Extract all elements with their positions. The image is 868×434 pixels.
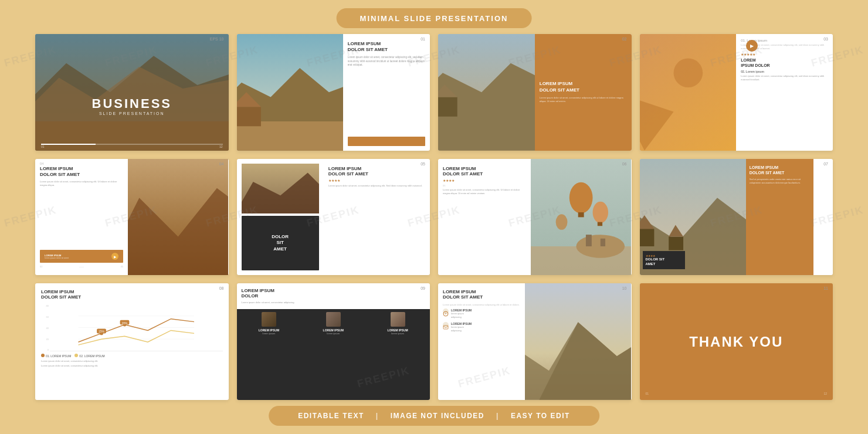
svg-point-23 xyxy=(593,202,608,223)
slide-0-num: EPS 10 xyxy=(210,37,224,41)
svg-rect-32 xyxy=(640,229,654,246)
slide-1[interactable]: LOREM IPSUM DOLOR SIT AMET Lorem ipsum d… xyxy=(237,34,430,151)
slide-6-left: LOREM IPSUM DOLOR SIT AMET ★★★★ 06 Lorem… xyxy=(438,159,531,276)
slide-10-contact1-icon xyxy=(443,308,449,314)
svg-rect-34 xyxy=(669,236,683,250)
slide-7-dark-box: ★★★★ DOLOR SIT AMET xyxy=(643,251,685,270)
slide-7[interactable]: ★★★★ DOLOR SIT AMET LOREM IPSUM DOLOR SI… xyxy=(640,159,833,276)
slide-7-dark-heading: DOLOR SIT AMET xyxy=(646,257,682,267)
slide-grid: BUSINESS SLIDE PRESENTATION 01 12 EPS 10 xyxy=(35,34,833,400)
slide-7-num: 07 xyxy=(823,162,828,166)
slide-5-left: DOLOR SIT AMET xyxy=(237,159,324,276)
footer-pill: EDITABLE TEXT | IMAGE NOT INCLUDED | EAS… xyxy=(269,406,599,426)
slide-0-nums: 01 12 xyxy=(41,145,223,148)
slide-9-member-2: LOREM IPSUM lorem ipsum xyxy=(365,309,430,400)
slide-8[interactable]: LOREM IPSUM DOLOR SIT AMET 806040200 xyxy=(35,283,229,400)
slide-9-role-1: lorem ipsum xyxy=(327,332,340,335)
slide-0[interactable]: BUSINESS SLIDE PRESENTATION 01 12 EPS 10 xyxy=(35,34,229,151)
slide-3-stars: ★★★★★ xyxy=(741,52,828,56)
slide-0-overlay xyxy=(35,34,229,151)
slide-8-desc1: Lorem ipsum dolor sit amet, consectetur … xyxy=(41,360,223,363)
slide-4-audio: LOREM IPSUM lorem ipsum dolor sit amet ▶ xyxy=(40,250,123,263)
slide-3-play[interactable]: ▶ xyxy=(746,40,758,52)
slide-10-contact1-text: lorem ipsum adipiscing xyxy=(451,312,472,319)
svg-text:28%: 28% xyxy=(122,322,128,325)
slide-9-heading: LOREM IPSUM DOLOR xyxy=(242,288,426,299)
slide-5-image1 xyxy=(242,164,319,213)
slide-9-role-0: lorem ipsum xyxy=(263,332,276,335)
slide-8-heading: LOREM IPSUM DOLOR SIT AMET xyxy=(41,289,223,300)
slide-2[interactable]: LOREM IPSUM DOLOR SIT AMET Lorem ipsum d… xyxy=(438,34,632,151)
slide-6-stars: ★★★★ xyxy=(443,178,526,182)
slide-4-play[interactable]: ▶ xyxy=(111,253,118,260)
slide-8-chart-area: 15% 28% xyxy=(50,304,223,351)
svg-rect-29 xyxy=(601,238,605,246)
slide-10-heading: LOREM IPSUM DOLOR SIT AMET xyxy=(443,289,520,300)
slide-9-num: 09 xyxy=(421,286,425,290)
footer-item-2: EASY TO EDIT xyxy=(511,412,570,420)
slide-5-num: 05 xyxy=(421,162,425,166)
slide-10-contact2-text: lorem ipsum adipiscing xyxy=(451,326,472,333)
svg-point-14 xyxy=(673,58,703,87)
footer-item-1: IMAGE NOT INCLUDED xyxy=(391,412,484,420)
slide-6-body: Lorem ipsum dolor sit amet, consectetur … xyxy=(443,188,526,195)
slide-3-image xyxy=(640,34,737,151)
slide-5-body: Lorem ipsum dolor sit amet, consectetur … xyxy=(328,184,425,188)
slide-9-avatar-1 xyxy=(326,312,341,327)
slide-3[interactable]: 01. Lorem ipsum Lorem ipsum dolor sit am… xyxy=(640,34,833,151)
slide-10-image xyxy=(525,283,631,400)
svg-text:15%: 15% xyxy=(99,331,104,334)
slide-9-member-0: LOREM IPSUM lorem ipsum xyxy=(237,309,301,400)
slide-5[interactable]: DOLOR SIT AMET LOREM IPSUM DOLOR SIT AME… xyxy=(237,159,430,276)
slide-5-dark-box: DOLOR SIT AMET xyxy=(242,216,319,270)
slide-4-label: 04 xyxy=(40,162,44,165)
footer-divider-0: | xyxy=(376,412,379,420)
slide-3-num: 03 xyxy=(823,37,828,41)
slide-6-num: 06 xyxy=(622,162,627,166)
slide-0-subtitle: SLIDE PRESENTATION xyxy=(92,111,172,116)
slide-4-audio-sub: lorem ipsum dolor sit amet xyxy=(45,257,69,259)
slide-3-body-bottom: Lorem ipsum dolor sit amet, consectetur … xyxy=(741,74,828,82)
slide-10-contact2: LOREM IPSUM lorem ipsum adipiscing xyxy=(443,322,520,333)
slide-0-content: BUSINESS SLIDE PRESENTATION xyxy=(92,96,172,116)
slide-9[interactable]: LOREM IPSUM DOLOR Lorem ipsum dolor sit … xyxy=(237,283,430,400)
slide-10-left: LOREM IPSUM DOLOR SIT AMET Lorem ipsum d… xyxy=(438,283,525,400)
slide-3-heading: LOREM IPSUM DOLOR xyxy=(741,57,828,68)
slide-4-progress-nums: 02——05 xyxy=(40,265,123,268)
slide-1-body: Lorem ipsum dolor sit amet, consectetur … xyxy=(348,56,425,134)
slide-7-heading: LOREM IPSUM DOLOR SIT AMET xyxy=(750,165,810,175)
svg-point-25 xyxy=(556,214,568,229)
slide-10-contact2-icon xyxy=(443,322,449,328)
slide-11[interactable]: THANK YOU 01 12 11 xyxy=(640,283,833,400)
slide-7-body: Sed ut perspiciatis unde omnis iste natu… xyxy=(750,178,810,185)
slide-5-heading: LOREM IPSUM DOLOR SIT AMET xyxy=(328,166,425,177)
slide-2-heading: LOREM IPSUM DOLOR SIT AMET xyxy=(540,81,627,93)
slide-9-member-1: LOREM IPSUM lorem ipsum xyxy=(301,309,365,400)
slide-6[interactable]: LOREM IPSUM DOLOR SIT AMET ★★★★ 06 Lorem… xyxy=(438,159,632,276)
slide-6-image xyxy=(531,159,631,276)
slide-4[interactable]: LOREM IPSUM DOLOR SIT AMET Lorem ipsum d… xyxy=(35,159,229,276)
header-title: MINIMAL SLIDE PRESENTATION xyxy=(360,14,508,23)
slide-4-left: LOREM IPSUM DOLOR SIT AMET Lorem ipsum d… xyxy=(35,159,128,276)
slide-4-image xyxy=(128,159,228,276)
slide-8-chart: 806040200 15% xyxy=(41,304,223,351)
slide-11-num: 11 xyxy=(823,286,828,290)
slide-9-avatar-0 xyxy=(262,312,276,327)
slide-1-num: 01 xyxy=(421,37,425,41)
footer-item-0: EDITABLE TEXT xyxy=(298,412,364,420)
slide-9-body: Lorem ipsum dolor sit amet, consectetur … xyxy=(242,301,426,304)
slide-0-title: BUSINESS xyxy=(92,96,172,111)
footer-divider-1: | xyxy=(496,412,499,420)
svg-rect-47 xyxy=(443,326,448,329)
svg-point-21 xyxy=(569,182,593,213)
svg-rect-11 xyxy=(438,97,457,117)
slide-2-image xyxy=(438,34,535,151)
svg-rect-7 xyxy=(237,107,261,126)
slide-10[interactable]: LOREM IPSUM DOLOR SIT AMET Lorem ipsum d… xyxy=(438,283,632,400)
slide-9-role-2: lorem ipsum xyxy=(391,332,404,335)
svg-rect-28 xyxy=(586,235,592,246)
slide-10-contact1: LOREM IPSUM lorem ipsum adipiscing xyxy=(443,308,520,319)
svg-rect-22 xyxy=(578,212,584,217)
slide-5-right: LOREM IPSUM DOLOR SIT AMET ★★★★ Lorem ip… xyxy=(324,159,430,276)
slide-1-heading: LOREM IPSUM DOLOR SIT AMET xyxy=(348,41,425,53)
